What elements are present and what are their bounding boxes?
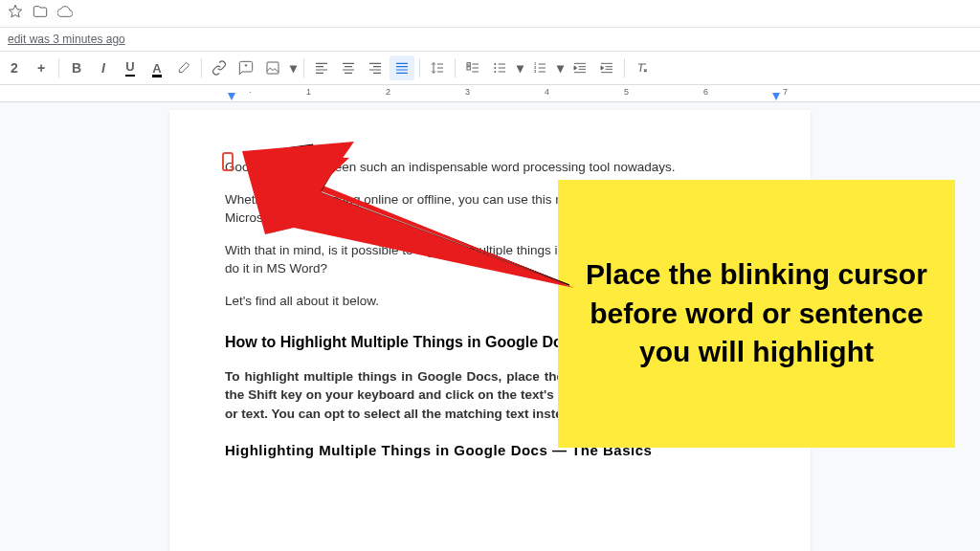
- ruler-mark: 3: [465, 87, 470, 97]
- svg-rect-2: [467, 67, 470, 70]
- dropdown-icon[interactable]: ▾: [514, 55, 525, 80]
- align-justify[interactable]: [390, 55, 414, 80]
- underline-button[interactable]: U: [118, 55, 143, 80]
- star-icon[interactable]: [8, 4, 23, 23]
- cursor-highlight-box: [222, 152, 234, 171]
- svg-text:3: 3: [534, 69, 537, 74]
- align-center[interactable]: [336, 55, 361, 80]
- link-button[interactable]: [207, 55, 232, 80]
- ruler-mark: ·: [249, 87, 252, 97]
- image-button[interactable]: [260, 55, 285, 80]
- comment-button[interactable]: [234, 55, 258, 80]
- ruler: · 1 2 3 4 5 6 7: [0, 85, 980, 102]
- svg-point-5: [494, 71, 496, 73]
- align-left[interactable]: [309, 55, 334, 80]
- italic-button[interactable]: I: [91, 55, 116, 80]
- checklist[interactable]: [460, 55, 485, 80]
- ruler-mark: 2: [386, 87, 390, 97]
- dropdown-icon[interactable]: ▾: [554, 55, 566, 80]
- dropdown-icon[interactable]: ▾: [287, 55, 299, 80]
- align-right[interactable]: [363, 55, 388, 80]
- increase-indent[interactable]: [594, 55, 619, 80]
- move-icon[interactable]: [33, 4, 48, 23]
- title-bar: [0, 0, 980, 28]
- last-edit-info[interactable]: edit was 3 minutes ago: [8, 33, 125, 46]
- svg-point-4: [494, 67, 496, 69]
- right-indent-marker[interactable]: [772, 93, 780, 100]
- ruler-mark: 6: [703, 87, 708, 97]
- numbered-list[interactable]: 123: [527, 55, 552, 80]
- bold-button[interactable]: B: [64, 55, 89, 80]
- formatting-toolbar: 2 + B I U A ▾ ▾ 123 ▾: [0, 52, 980, 85]
- ruler-mark: 1: [306, 87, 311, 97]
- ruler-mark: 4: [545, 87, 549, 97]
- left-indent-marker[interactable]: [228, 93, 235, 100]
- decrease-indent[interactable]: [568, 55, 592, 80]
- highlight-button[interactable]: [171, 55, 196, 80]
- ruler-mark: 7: [783, 87, 788, 97]
- line-spacing[interactable]: [425, 55, 450, 80]
- svg-rect-0: [267, 62, 278, 74]
- text-color-button[interactable]: A: [145, 55, 169, 80]
- doc-paragraph: Google Docs has been such an indispensab…: [225, 158, 755, 177]
- cloud-icon[interactable]: [57, 4, 73, 23]
- bulleted-list[interactable]: [487, 55, 512, 80]
- ruler-mark: 5: [624, 87, 629, 97]
- font-size[interactable]: 2: [2, 55, 27, 80]
- size-increase[interactable]: +: [29, 55, 54, 80]
- instruction-callout: Place the blinking cursor before word or…: [558, 180, 955, 448]
- svg-point-3: [494, 63, 496, 65]
- clear-formatting[interactable]: [630, 55, 655, 80]
